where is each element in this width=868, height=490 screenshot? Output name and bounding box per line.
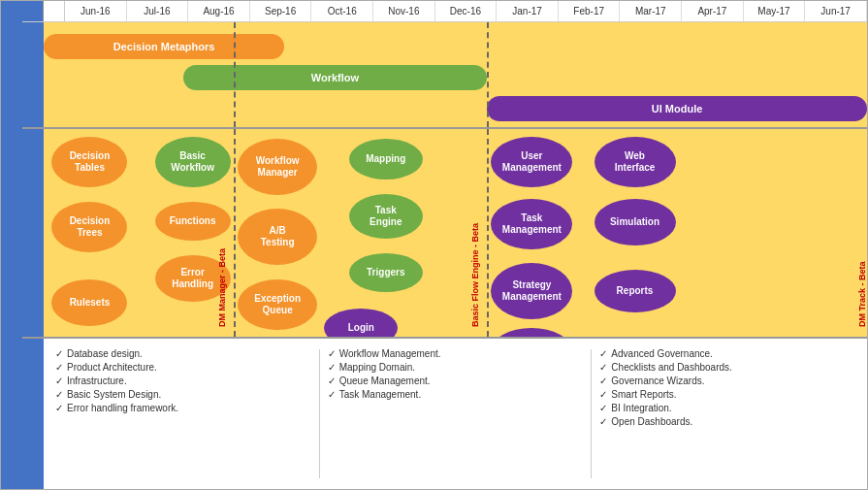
deliverable-item: ✓BI Integration. xyxy=(599,403,855,413)
beta-label-3: DM Track - Beta xyxy=(857,148,867,327)
deliverable-text: Queue Management. xyxy=(339,376,431,386)
checkmark-icon: ✓ xyxy=(328,376,336,386)
deliverable-item: ✓Open Dashboards. xyxy=(599,416,855,427)
dashed-separator xyxy=(487,22,489,127)
deliverable-item: ✓Product Architecture. xyxy=(55,362,311,373)
timeline-month: Jul-16 xyxy=(127,1,189,21)
feature-oval: Rulesets xyxy=(51,279,127,326)
features-label-cell xyxy=(22,129,44,337)
checkmark-icon: ✓ xyxy=(328,362,336,373)
checkmark-icon: ✓ xyxy=(55,403,63,413)
feature-oval: Reports xyxy=(595,270,676,312)
checkmark-icon: ✓ xyxy=(55,348,63,359)
main-container: Jun-16Jul-16Aug-16Sep-16Oct-16Nov-16Dec-… xyxy=(0,0,868,490)
checkmark-icon: ✓ xyxy=(599,416,607,427)
feature-oval: Mapping xyxy=(349,139,423,180)
capability-bar: Workflow xyxy=(183,65,487,90)
deliverable-text: Task Management. xyxy=(339,389,422,400)
deliverable-item: ✓Governance Wizards. xyxy=(599,376,855,386)
deliverable-text: Advanced Governance. xyxy=(611,348,713,359)
capability-label-cell xyxy=(22,22,44,127)
deliverable-item: ✓Error handling framework. xyxy=(55,403,311,413)
feature-oval: DecisionTables xyxy=(51,137,127,187)
feature-oval: StrategyManagement xyxy=(491,263,572,319)
feature-oval: Simulation xyxy=(595,199,676,245)
feature-oval: A/BTesting xyxy=(238,209,317,265)
features-dashed-separator xyxy=(487,129,489,337)
timeline-month: Oct-16 xyxy=(311,1,373,21)
checkmark-icon: ✓ xyxy=(55,376,63,386)
timeline-month: Jun-16 xyxy=(65,1,127,21)
deliverable-text: Open Dashboards. xyxy=(611,416,692,427)
timeline-month: Feb-17 xyxy=(559,1,621,21)
checkmark-icon: ✓ xyxy=(599,403,607,413)
dashed-separator xyxy=(234,22,236,127)
timeline-month: Apr-17 xyxy=(682,1,744,21)
deliverable-text: Checklists and Dashboards. xyxy=(611,362,732,373)
rows-container: Decision MetaphorsWorkflowUI Module Deci… xyxy=(22,22,867,489)
deliverables-column-1: ✓Database design.✓Product Architecture.✓… xyxy=(48,344,319,483)
product-roadmap-label xyxy=(1,1,22,489)
deliverable-text: Database design. xyxy=(67,348,143,359)
capability-bar: Decision Metaphors xyxy=(44,34,284,59)
deliverable-text: Error handling framework. xyxy=(67,403,178,413)
feature-oval: WorkflowManager xyxy=(238,139,317,195)
feature-oval: DecisionTrees xyxy=(51,202,127,252)
timeline-month: Mar-17 xyxy=(620,1,682,21)
checkmark-icon: ✓ xyxy=(328,348,336,359)
deliverable-item: ✓Workflow Management. xyxy=(328,348,584,359)
feature-oval: TaskEngine xyxy=(349,194,423,239)
timeline-month: Jun-17 xyxy=(805,1,867,21)
checkmark-icon: ✓ xyxy=(599,376,607,386)
capability-row: Decision MetaphorsWorkflowUI Module xyxy=(22,22,867,129)
deliverable-text: Workflow Management. xyxy=(339,348,441,359)
deliverable-text: BI Integration. xyxy=(611,403,671,413)
timeline-month: Aug-16 xyxy=(188,1,250,21)
deliverable-text: Infrastructure. xyxy=(67,376,127,386)
timeline-month: Jan-17 xyxy=(497,1,559,21)
features-row: DecisionTablesDecisionTreesRulesetsBasic… xyxy=(22,129,867,339)
checkmark-icon: ✓ xyxy=(55,389,63,400)
checkmark-icon: ✓ xyxy=(328,389,336,400)
deliverables-column-2: ✓Workflow Management.✓Mapping Domain.✓Qu… xyxy=(320,344,592,483)
deliverable-item: ✓Mapping Domain. xyxy=(328,362,584,373)
deliverable-item: ✓Infrastructure. xyxy=(55,376,311,386)
deliverable-item: ✓Advanced Governance. xyxy=(599,348,855,359)
deliverable-item: ✓Database design. xyxy=(55,348,311,359)
feature-oval: Triggers xyxy=(349,253,423,292)
feature-oval: WebInterface xyxy=(595,137,676,187)
deliverables-column-3: ✓Advanced Governance.✓Checklists and Das… xyxy=(592,344,863,483)
deliverable-item: ✓Checklists and Dashboards. xyxy=(599,362,855,373)
checkmark-icon: ✓ xyxy=(599,362,607,373)
timeline-month: Nov-16 xyxy=(373,1,435,21)
deliverables-content: ✓Database design.✓Product Architecture.✓… xyxy=(44,339,867,489)
timeline-month: May-17 xyxy=(744,1,806,21)
capability-content: Decision MetaphorsWorkflowUI Module xyxy=(44,22,867,127)
checkmark-icon: ✓ xyxy=(599,389,607,400)
timeline-header: Jun-16Jul-16Aug-16Sep-16Oct-16Nov-16Dec-… xyxy=(22,1,867,22)
deliverable-item: ✓Basic System Design. xyxy=(55,389,311,400)
checkmark-icon: ✓ xyxy=(599,348,607,359)
deliverable-item: ✓Queue Management. xyxy=(328,376,584,386)
deliverable-text: Basic System Design. xyxy=(67,389,161,400)
feature-oval: AdminModule xyxy=(491,328,572,337)
features-content: DecisionTablesDecisionTreesRulesetsBasic… xyxy=(44,129,867,337)
capability-bar: UI Module xyxy=(487,96,867,121)
beta-label-2: Basic Flow Engine - Beta xyxy=(470,148,480,327)
deliverable-text: Mapping Domain. xyxy=(339,362,415,373)
feature-oval: UserManagement xyxy=(491,137,572,187)
feature-oval: ExceptionQueue xyxy=(238,279,317,330)
deliverable-item: ✓Task Management. xyxy=(328,389,584,400)
deliverable-text: Smart Reports. xyxy=(611,389,676,400)
timeline-month: Sep-16 xyxy=(250,1,312,21)
deliverable-text: Product Architecture. xyxy=(67,362,157,373)
features-dashed-separator xyxy=(234,129,236,337)
feature-oval: Login xyxy=(324,309,398,337)
deliverables-row: ✓Database design.✓Product Architecture.✓… xyxy=(22,339,867,489)
timeline-month: Dec-16 xyxy=(435,1,498,21)
content-area: Jun-16Jul-16Aug-16Sep-16Oct-16Nov-16Dec-… xyxy=(22,1,867,489)
deliverable-item: ✓Smart Reports. xyxy=(599,389,855,400)
deliverables-label-cell xyxy=(22,339,44,489)
deliverable-text: Governance Wizards. xyxy=(611,376,704,386)
feature-oval: TaskManagement xyxy=(491,199,572,249)
